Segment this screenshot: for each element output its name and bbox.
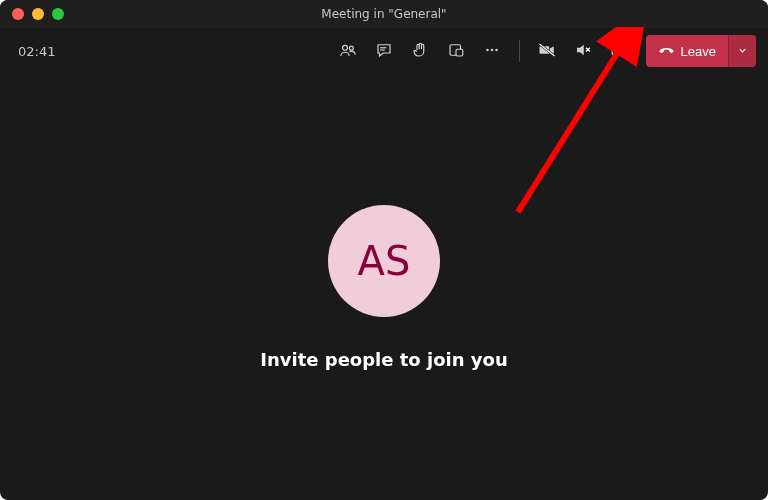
window-controls [12, 8, 64, 20]
avatar-initials: AS [358, 238, 411, 284]
svg-rect-5 [456, 49, 463, 56]
participants-button[interactable] [333, 36, 363, 66]
svg-point-8 [495, 48, 498, 51]
leave-options-button[interactable] [728, 35, 756, 67]
leave-label: Leave [681, 44, 716, 59]
meeting-toolbar: 02:41 [0, 28, 768, 74]
meeting-stage: AS Invite people to join you [0, 74, 768, 500]
chat-icon [375, 41, 393, 62]
svg-point-6 [486, 48, 489, 51]
speaker-muted-icon [574, 41, 592, 62]
hangup-icon [658, 41, 675, 61]
window-close-button[interactable] [12, 8, 24, 20]
raise-hand-button[interactable] [405, 36, 435, 66]
toolbar-separator [519, 40, 520, 62]
window-title: Meeting in "General" [0, 7, 768, 21]
titlebar: Meeting in "General" [0, 0, 768, 28]
leave-button[interactable]: Leave [646, 35, 728, 67]
rooms-button[interactable] [441, 36, 471, 66]
window-maximize-button[interactable] [52, 8, 64, 20]
chevron-down-icon [737, 44, 748, 59]
svg-point-7 [490, 48, 493, 51]
window-minimize-button[interactable] [32, 8, 44, 20]
app-window: Meeting in "General" 02:41 [0, 0, 768, 500]
people-icon [339, 41, 357, 62]
more-icon [483, 41, 501, 62]
rooms-icon [447, 41, 465, 62]
mic-toggle-button[interactable] [568, 36, 598, 66]
leave-split-button: Leave [646, 35, 756, 67]
svg-point-0 [342, 45, 347, 50]
invite-prompt: Invite people to join you [260, 349, 507, 370]
camera-off-icon [538, 41, 556, 62]
chat-button[interactable] [369, 36, 399, 66]
participant-avatar: AS [328, 205, 440, 317]
meeting-timer: 02:41 [18, 44, 55, 59]
share-screen-button[interactable] [604, 36, 634, 66]
svg-point-1 [349, 46, 353, 50]
share-screen-icon [610, 41, 628, 62]
camera-toggle-button[interactable] [532, 36, 562, 66]
hand-icon [411, 41, 429, 62]
more-actions-button[interactable] [477, 36, 507, 66]
